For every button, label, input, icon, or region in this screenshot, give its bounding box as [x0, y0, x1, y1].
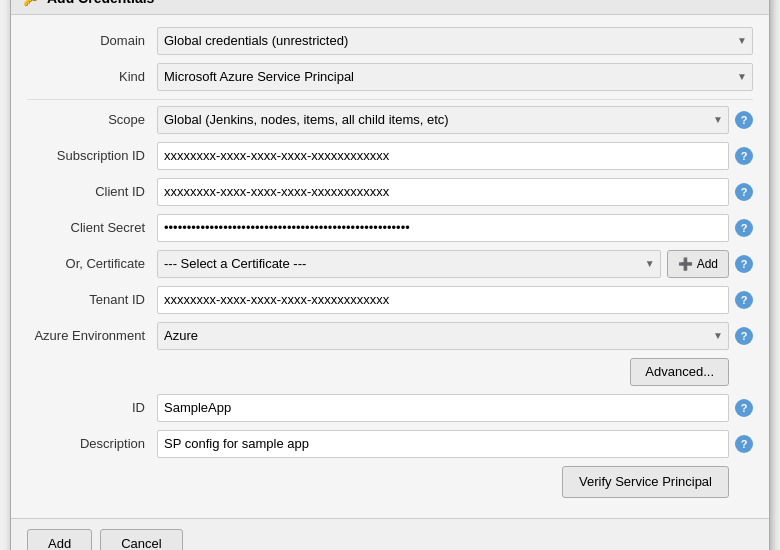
kind-select[interactable]: Microsoft Azure Service PrincipalUsernam…	[157, 63, 753, 91]
scope-help-icon[interactable]: ?	[735, 111, 753, 129]
description-control: ?	[157, 430, 753, 458]
certificate-label: Or, Certificate	[27, 256, 157, 271]
client-id-label: Client ID	[27, 184, 157, 199]
client-id-help-icon[interactable]: ?	[735, 183, 753, 201]
domain-control: Global credentials (unrestricted)System …	[157, 27, 753, 55]
tenant-id-control: ?	[157, 286, 753, 314]
scope-label: Scope	[27, 112, 157, 127]
subscription-id-help-icon[interactable]: ?	[735, 147, 753, 165]
client-secret-label: Client Secret	[27, 220, 157, 235]
domain-label: Domain	[27, 33, 157, 48]
add-button[interactable]: Add	[27, 529, 92, 551]
azure-env-select[interactable]: AzureAzure ChinaAzure GermanyAzure US Go…	[157, 322, 729, 350]
cert-select-wrapper: --- Select a Certificate --- ▼	[157, 250, 661, 278]
azure-env-row: Azure Environment AzureAzure ChinaAzure …	[27, 322, 753, 350]
add-certificate-button[interactable]: ➕ Add	[667, 250, 729, 278]
id-label: ID	[27, 400, 157, 415]
tenant-id-row: Tenant ID ?	[27, 286, 753, 314]
id-input[interactable]	[157, 394, 729, 422]
domain-select[interactable]: Global credentials (unrestricted)System	[157, 27, 753, 55]
domain-select-wrapper: Global credentials (unrestricted)System …	[157, 27, 753, 55]
description-label: Description	[27, 436, 157, 451]
advanced-row: Advanced...	[27, 358, 753, 386]
certificate-select[interactable]: --- Select a Certificate ---	[157, 250, 661, 278]
scope-select[interactable]: Global (Jenkins, nodes, items, all child…	[157, 106, 729, 134]
description-row: Description ?	[27, 430, 753, 458]
tenant-id-help-icon[interactable]: ?	[735, 291, 753, 309]
id-control: ?	[157, 394, 753, 422]
certificate-help-icon[interactable]: ?	[735, 255, 753, 273]
certificate-row: Or, Certificate --- Select a Certificate…	[27, 250, 753, 278]
azure-env-select-wrapper: AzureAzure ChinaAzure GermanyAzure US Go…	[157, 322, 729, 350]
scope-control: Global (Jenkins, nodes, items, all child…	[157, 106, 753, 134]
subscription-id-label: Subscription ID	[27, 148, 157, 163]
verify-row: Verify Service Principal	[27, 466, 753, 498]
client-id-row: Client ID ?	[27, 178, 753, 206]
client-secret-row: Client Secret ?	[27, 214, 753, 242]
subscription-id-control: ?	[157, 142, 753, 170]
tenant-id-input[interactable]	[157, 286, 729, 314]
kind-select-wrapper: Microsoft Azure Service PrincipalUsernam…	[157, 63, 753, 91]
dialog-title: Add Credentials	[47, 0, 154, 6]
domain-row: Domain Global credentials (unrestricted)…	[27, 27, 753, 55]
dialog-body: Domain Global credentials (unrestricted)…	[11, 15, 769, 518]
azure-env-control: AzureAzure ChinaAzure GermanyAzure US Go…	[157, 322, 753, 350]
add-cert-icon: ➕	[678, 257, 693, 271]
kind-label: Kind	[27, 69, 157, 84]
cancel-button[interactable]: Cancel	[100, 529, 182, 551]
credentials-icon: 🔑	[23, 0, 39, 6]
kind-row: Kind Microsoft Azure Service PrincipalUs…	[27, 63, 753, 91]
id-help-icon[interactable]: ?	[735, 399, 753, 417]
subscription-id-input[interactable]	[157, 142, 729, 170]
scope-select-wrapper: Global (Jenkins, nodes, items, all child…	[157, 106, 729, 134]
client-id-control: ?	[157, 178, 753, 206]
scope-row: Scope Global (Jenkins, nodes, items, all…	[27, 106, 753, 134]
azure-env-help-icon[interactable]: ?	[735, 327, 753, 345]
kind-control: Microsoft Azure Service PrincipalUsernam…	[157, 63, 753, 91]
description-help-icon[interactable]: ?	[735, 435, 753, 453]
description-input[interactable]	[157, 430, 729, 458]
client-secret-control: ?	[157, 214, 753, 242]
subscription-id-row: Subscription ID ?	[27, 142, 753, 170]
dialog-footer: Add Cancel	[11, 518, 769, 551]
verify-service-principal-button[interactable]: Verify Service Principal	[562, 466, 729, 498]
client-secret-input[interactable]	[157, 214, 729, 242]
add-credentials-dialog: 🔑 Add Credentials Domain Global credenti…	[10, 0, 770, 550]
divider-1	[27, 99, 753, 100]
add-cert-label: Add	[697, 257, 718, 271]
client-secret-help-icon[interactable]: ?	[735, 219, 753, 237]
tenant-id-label: Tenant ID	[27, 292, 157, 307]
advanced-button[interactable]: Advanced...	[630, 358, 729, 386]
certificate-inner: --- Select a Certificate --- ▼ ➕ Add	[157, 250, 729, 278]
id-row: ID ?	[27, 394, 753, 422]
azure-env-label: Azure Environment	[27, 328, 157, 343]
client-id-input[interactable]	[157, 178, 729, 206]
certificate-control: --- Select a Certificate --- ▼ ➕ Add ?	[157, 250, 753, 278]
dialog-title-bar: 🔑 Add Credentials	[11, 0, 769, 15]
